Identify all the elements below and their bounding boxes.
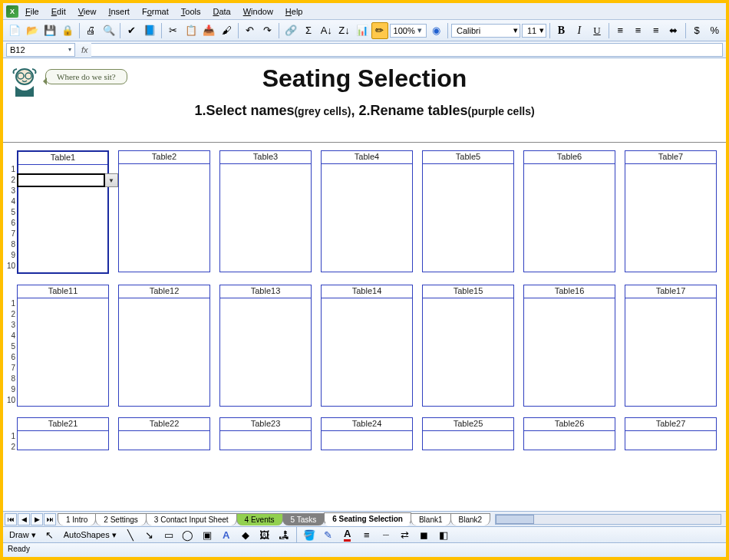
line-color-icon[interactable]: ✎ [320,526,337,543]
table-header[interactable]: Table27 [625,418,716,431]
zoom-select[interactable]: 100% ▾ [390,24,427,38]
open-icon[interactable]: 📂 [24,22,40,39]
clipart-icon[interactable]: 🖼 [256,526,273,543]
rectangle-icon[interactable]: ▭ [160,526,177,543]
table-header[interactable]: Table22 [119,418,209,431]
menu-help[interactable]: Help [280,5,308,18]
table-card-1[interactable]: Table1 [17,150,109,274]
table-card-21[interactable]: Table21 [17,417,109,450]
tab-events[interactable]: 4 Events [236,513,283,525]
table-card-14[interactable]: Table14 [321,285,413,407]
arrow-style-icon[interactable]: ⇄ [397,526,414,543]
table-header[interactable]: Table12 [119,285,209,298]
table-card-25[interactable]: Table25 [422,417,514,450]
table-card-22[interactable]: Table22 [118,417,210,450]
align-right-icon[interactable]: ≡ [648,22,664,39]
undo-icon[interactable]: ↶ [242,22,258,39]
tab-contact-input[interactable]: 3 Contact Input Sheet [146,513,237,525]
chevron-down-icon[interactable]: ▼ [105,173,118,187]
table-card-13[interactable]: Table13 [219,285,312,407]
menu-window[interactable]: Window [238,5,279,18]
paste-icon[interactable]: 📥 [200,22,216,39]
formula-input[interactable] [91,43,723,57]
table-card-4[interactable]: Table4 [321,150,413,272]
table-card-23[interactable]: Table23 [219,417,312,450]
new-icon[interactable]: 📄 [6,22,22,39]
font-color-icon[interactable]: A [339,526,356,543]
table-card-6[interactable]: Table6 [523,150,615,272]
permission-icon[interactable]: 🔒 [60,22,76,39]
underline-button[interactable]: U [589,22,605,39]
table-card-11[interactable]: Table11 [17,285,109,407]
cell-dropdown[interactable]: ▼ [17,173,118,187]
line-icon[interactable]: ╲ [122,526,139,543]
table-header[interactable]: Table14 [322,285,412,298]
menu-insert[interactable]: Insert [103,5,135,18]
tab-last-icon[interactable]: ⏭ [44,513,56,525]
draw-menu[interactable]: Draw ▾ [6,530,39,540]
help-icon[interactable]: ◉ [428,22,444,39]
select-objects-icon[interactable]: ↖ [41,526,58,543]
hyperlink-icon[interactable]: 🔗 [282,22,299,39]
font-select[interactable]: Calibri ▾ [451,24,520,38]
sort-desc-icon[interactable]: Z↓ [336,22,352,39]
table-header[interactable]: Table24 [322,418,412,431]
tab-blank2[interactable]: Blank2 [450,513,491,525]
drawing-icon[interactable]: ✏ [371,22,388,39]
line-style-icon[interactable]: ≡ [358,526,375,543]
fx-icon[interactable]: fx [78,45,91,54]
3d-icon[interactable]: ◧ [435,526,452,543]
table-header[interactable]: Table1 [18,152,107,165]
table-header[interactable]: Table23 [220,418,311,431]
align-center-icon[interactable]: ≡ [630,22,646,39]
table-header[interactable]: Table7 [625,151,716,164]
horizontal-scrollbar[interactable] [495,514,721,525]
table-card-7[interactable]: Table7 [625,150,717,272]
table-header[interactable]: Table16 [524,285,615,298]
redo-icon[interactable]: ↷ [259,22,275,39]
table-header[interactable]: Table13 [220,285,311,298]
tab-prev-icon[interactable]: ◀ [18,513,30,525]
italic-button[interactable]: I [571,22,587,39]
tab-intro[interactable]: 1 Intro [58,513,96,525]
menu-file[interactable]: File [20,5,45,18]
table-header[interactable]: Table25 [423,418,513,431]
menu-edit[interactable]: Edit [46,5,71,18]
table-header[interactable]: Table4 [322,151,412,164]
dropdown-input[interactable] [17,173,105,187]
currency-icon[interactable]: $ [689,22,705,39]
oval-icon[interactable]: ◯ [180,526,196,543]
diagram-icon[interactable]: ◆ [237,526,254,543]
table-header[interactable]: Table3 [220,151,311,164]
tab-settings[interactable]: 2 Settings [95,513,146,525]
fill-color-icon[interactable]: 🪣 [301,526,318,543]
tab-tasks[interactable]: 5 Tasks [282,513,325,525]
table-card-2[interactable]: Table2 [118,150,210,272]
percent-icon[interactable]: % [707,22,723,39]
table-card-12[interactable]: Table12 [118,285,210,407]
scroll-thumb[interactable] [496,515,534,524]
copy-icon[interactable]: 📋 [183,22,199,39]
picture-icon[interactable]: 🏞 [275,526,292,543]
shadow-icon[interactable]: ◼ [416,526,433,543]
merge-icon[interactable]: ⬌ [665,22,681,39]
tab-next-icon[interactable]: ▶ [31,513,43,525]
bold-button[interactable]: B [553,22,569,39]
print-icon[interactable]: 🖨 [83,22,99,39]
preview-icon[interactable]: 🔍 [101,22,117,39]
autoshapes-menu[interactable]: AutoShapes ▾ [61,530,120,540]
table-card-3[interactable]: Table3 [219,150,312,272]
menu-format[interactable]: Format [137,5,174,18]
menu-tools[interactable]: Tools [176,5,206,18]
table-card-5[interactable]: Table5 [422,150,514,272]
table-header[interactable]: Table11 [18,285,108,298]
tab-seating-selection[interactable]: 6 Seating Selection [324,512,411,526]
chart-icon[interactable]: 📊 [354,22,370,39]
table-header[interactable]: Table15 [423,285,513,298]
save-icon[interactable]: 💾 [41,22,58,39]
align-left-icon[interactable]: ≡ [612,22,628,39]
dash-style-icon[interactable]: ┈ [378,526,394,543]
research-icon[interactable]: 📘 [142,22,158,39]
table-header[interactable]: Table21 [18,418,108,431]
tab-blank1[interactable]: Blank1 [411,513,451,525]
